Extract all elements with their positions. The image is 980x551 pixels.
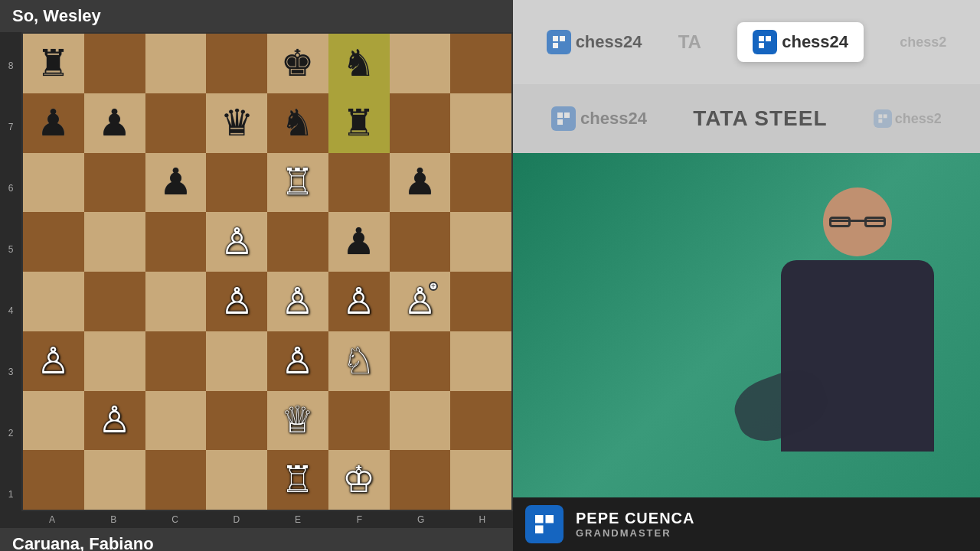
square-g7[interactable] — [390, 93, 451, 153]
square-f3[interactable]: ♘ — [328, 331, 390, 391]
piece-f4[interactable]: ♙ — [342, 283, 375, 320]
piece-e1[interactable]: ♖ — [281, 461, 314, 498]
square-e5[interactable] — [267, 212, 328, 272]
square-f6[interactable] — [328, 153, 390, 213]
piece-b7[interactable]: ♟ — [98, 105, 131, 142]
square-c8[interactable] — [145, 34, 207, 93]
commentator-chess24-icon — [525, 505, 564, 543]
piece-a7[interactable]: ♟ — [37, 105, 70, 142]
square-g4[interactable]: ♙+ — [390, 272, 451, 331]
rank-7: 7 — [0, 96, 21, 158]
square-d3[interactable] — [206, 331, 267, 391]
file-c: C — [145, 511, 206, 528]
square-f4[interactable]: ♙ — [328, 272, 390, 331]
square-e7[interactable]: ♞ — [267, 93, 328, 153]
square-c4[interactable] — [145, 272, 207, 331]
square-h5[interactable] — [450, 212, 511, 272]
rank-6: 6 — [0, 158, 21, 219]
square-f7[interactable]: ♜ — [328, 93, 390, 153]
square-a6[interactable] — [23, 153, 84, 213]
square-h7[interactable] — [450, 93, 511, 153]
square-a1[interactable] — [23, 450, 84, 510]
square-e3[interactable]: ♙ — [267, 331, 328, 391]
square-a8[interactable]: ♜ — [23, 34, 84, 93]
square-g1[interactable] — [390, 450, 451, 510]
square-d8[interactable] — [206, 34, 267, 93]
square-h1[interactable] — [450, 450, 511, 510]
file-b: B — [83, 511, 144, 528]
square-a2[interactable] — [23, 391, 84, 451]
piece-d7[interactable]: ♛ — [220, 105, 253, 142]
piece-e3[interactable]: ♙ — [281, 343, 314, 380]
piece-a3[interactable]: ♙ — [37, 343, 70, 380]
square-b5[interactable] — [84, 212, 145, 272]
square-e6[interactable]: ♖ — [267, 153, 328, 213]
square-g6[interactable]: ♟ — [390, 153, 451, 213]
piece-e2[interactable]: ♕ — [281, 402, 314, 439]
square-f2[interactable] — [328, 391, 390, 451]
square-e4[interactable]: ♙ — [267, 272, 328, 331]
square-d7[interactable]: ♛ — [206, 93, 267, 153]
square-f1[interactable]: ♔ — [328, 450, 390, 510]
square-a5[interactable] — [23, 212, 84, 272]
piece-f8[interactable]: ♞ — [342, 45, 375, 82]
square-c5[interactable] — [145, 212, 207, 272]
piece-e6[interactable]: ♖ — [281, 164, 314, 201]
piece-c6[interactable]: ♟ — [159, 164, 192, 201]
piece-a8[interactable]: ♜ — [37, 45, 70, 82]
piece-e8[interactable]: ♚ — [281, 45, 314, 82]
piece-g6[interactable]: ♟ — [403, 164, 436, 201]
square-e2[interactable]: ♕ — [267, 391, 328, 451]
piece-d4[interactable]: ♙ — [220, 283, 253, 320]
piece-b2[interactable]: ♙ — [98, 402, 131, 439]
square-h2[interactable] — [450, 391, 511, 451]
piece-e7[interactable]: ♞ — [281, 105, 314, 142]
square-a7[interactable]: ♟ — [23, 93, 84, 153]
pawn-marker: + — [429, 282, 438, 291]
chess24-text-1: chess24 — [576, 32, 642, 52]
left-panel: So, Wesley 8 7 6 5 4 3 2 1 ♜♚♞♟♟♛♞♜♟♖♟♙♟… — [0, 0, 513, 551]
square-e8[interactable]: ♚ — [267, 34, 328, 93]
square-e1[interactable]: ♖ — [267, 450, 328, 510]
square-a3[interactable]: ♙ — [23, 331, 84, 391]
player-bottom-name: Caruana, Fabiano — [12, 534, 154, 551]
piece-f7[interactable]: ♜ — [342, 105, 375, 142]
piece-f1[interactable]: ♔ — [342, 461, 375, 498]
square-d5[interactable]: ♙ — [206, 212, 267, 272]
square-b4[interactable] — [84, 272, 145, 331]
square-g8[interactable] — [390, 34, 451, 93]
square-h6[interactable] — [450, 153, 511, 213]
square-c3[interactable] — [145, 331, 207, 391]
chessboard[interactable]: ♜♚♞♟♟♛♞♜♟♖♟♙♟♙♙♙♙+♙♙♘♙♕♖♔ — [21, 32, 513, 511]
square-b2[interactable]: ♙ — [84, 391, 145, 451]
square-d2[interactable] — [206, 391, 267, 451]
square-g2[interactable] — [390, 391, 451, 451]
square-c2[interactable] — [145, 391, 207, 451]
square-b6[interactable] — [84, 153, 145, 213]
square-h8[interactable] — [450, 34, 511, 93]
square-b3[interactable] — [84, 331, 145, 391]
square-c7[interactable] — [145, 93, 207, 153]
square-d6[interactable] — [206, 153, 267, 213]
square-a4[interactable] — [23, 272, 84, 331]
square-b8[interactable] — [84, 34, 145, 93]
svg-rect-1 — [560, 36, 565, 41]
square-h3[interactable] — [450, 331, 511, 391]
square-f5[interactable]: ♟ — [328, 212, 390, 272]
square-b7[interactable]: ♟ — [84, 93, 145, 153]
square-f8[interactable]: ♞ — [328, 34, 390, 93]
piece-f3[interactable]: ♘ — [342, 343, 375, 380]
svg-rect-14 — [535, 526, 544, 534]
square-d1[interactable] — [206, 450, 267, 510]
square-b1[interactable] — [84, 450, 145, 510]
square-g3[interactable] — [390, 331, 451, 391]
piece-d5[interactable]: ♙ — [220, 223, 253, 260]
square-g5[interactable] — [390, 212, 451, 272]
square-h4[interactable] — [450, 272, 511, 331]
square-c1[interactable] — [145, 450, 207, 510]
piece-e4[interactable]: ♙ — [281, 283, 314, 320]
chess24-icon-2 — [551, 106, 576, 131]
square-d4[interactable]: ♙ — [206, 272, 267, 331]
square-c6[interactable]: ♟ — [145, 153, 207, 213]
piece-f5[interactable]: ♟ — [342, 223, 375, 260]
